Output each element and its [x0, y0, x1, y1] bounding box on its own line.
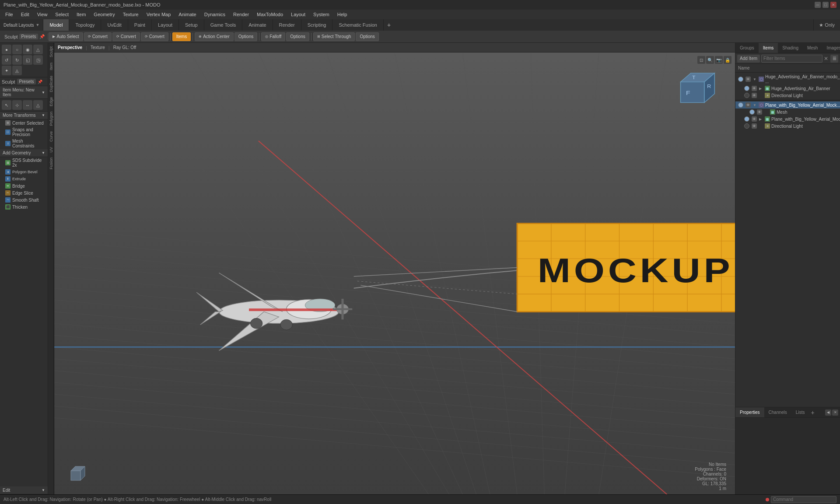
snaps-precision-item[interactable]: ⊡ Snaps and Precision: [0, 126, 48, 138]
item-menu-header[interactable]: Item Menu: New Item ▼: [0, 86, 48, 98]
vis-toggle-6[interactable]: [744, 123, 749, 129]
eye-toggle-3[interactable]: 👁: [746, 102, 751, 108]
eye-toggle-4[interactable]: 👁: [757, 109, 762, 115]
viewport[interactable]: Perspective | Texture | Ray GL: Off: [54, 43, 735, 494]
tab-animate[interactable]: Animate: [242, 19, 273, 31]
tab-mesh[interactable]: Mesh: [803, 43, 822, 53]
tab-items[interactable]: Items: [759, 43, 778, 53]
side-tab-duplicate[interactable]: Duplicate: [49, 73, 54, 95]
options-button-1[interactable]: Options: [234, 32, 257, 41]
menu-select[interactable]: Select: [52, 11, 72, 18]
menu-layout[interactable]: Layout: [287, 11, 309, 18]
filter-items-input[interactable]: [761, 55, 822, 63]
tab-paint[interactable]: Paint: [128, 19, 152, 31]
menu-texture[interactable]: Texture: [119, 11, 142, 18]
tool-icon-9[interactable]: ✦: [2, 66, 11, 75]
maximize-button[interactable]: □: [822, 2, 829, 8]
props-expand-icon[interactable]: ◀: [825, 410, 831, 416]
tree-item-5[interactable]: 👁 ▶ ▦ Plane_with_Big_Yellow_Aerial_Mocku…: [735, 116, 840, 122]
auto-select-button[interactable]: ▶ Auto Select: [49, 32, 83, 41]
transform-icon-3[interactable]: ↔: [23, 100, 32, 110]
close-button[interactable]: ✕: [830, 2, 836, 8]
eye-toggle-2[interactable]: 👁: [752, 93, 757, 98]
options-button-2[interactable]: Options: [286, 32, 309, 41]
vis-toggle-5[interactable]: [744, 116, 749, 122]
items-button[interactable]: Items: [172, 32, 191, 41]
tree-item-0[interactable]: 👁 ▼ ⬡ Huge_Advertising_Air_Banner_modo_b…: [735, 74, 840, 85]
bridge-item[interactable]: ⬌ Bridge: [0, 182, 48, 189]
tool-icon-7[interactable]: ◱: [23, 55, 32, 65]
smooth-shaft-item[interactable]: 〜 Smooth Shaft: [0, 196, 48, 203]
eye-toggle-5[interactable]: 👁: [752, 116, 757, 122]
zoom-fit-button[interactable]: ⊡: [697, 56, 705, 64]
side-tab-edge[interactable]: Edge: [49, 94, 54, 109]
sds-subdivide-item[interactable]: ▦ SDS Subdivide 2x: [0, 157, 48, 168]
options-button-3[interactable]: Options: [356, 32, 378, 41]
select-through-button[interactable]: ⊞ Select Through: [313, 32, 355, 41]
props-add-btn[interactable]: +: [811, 407, 814, 417]
extrude-item[interactable]: ⬆ Extrude: [0, 175, 48, 182]
viewport-canvas[interactable]: MOCKUP F T R ⊡ 🔍: [54, 52, 735, 494]
eye-toggle-6[interactable]: 👁: [752, 123, 757, 129]
tab-game-tools[interactable]: Game Tools: [204, 19, 243, 31]
eye-toggle-1[interactable]: 👁: [752, 86, 757, 91]
tool-icon-10[interactable]: ◬: [12, 66, 22, 75]
vis-toggle-0[interactable]: [738, 77, 743, 82]
tab-lists[interactable]: Lists: [791, 407, 809, 417]
tab-scripting[interactable]: Scripting: [301, 19, 333, 31]
tab-topology[interactable]: Topology: [69, 19, 101, 31]
vis-toggle-2[interactable]: [744, 93, 749, 98]
command-input[interactable]: [771, 496, 836, 503]
layout-selector[interactable]: Default Layouts: [4, 23, 34, 28]
item-tree[interactable]: 👁 ▼ ⬡ Huge_Advertising_Air_Banner_modo_b…: [735, 73, 840, 407]
tool-icon-2[interactable]: ○: [12, 45, 22, 54]
tab-schematic-fusion[interactable]: Schematic Fusion: [332, 19, 383, 31]
props-settings-icon[interactable]: ✕: [832, 410, 838, 416]
tab-groups[interactable]: Groups: [735, 43, 759, 53]
vis-toggle-4[interactable]: [749, 109, 755, 115]
tree-item-1[interactable]: 👁 ▶ ▦ Huge_Advertising_Air_Banner: [735, 85, 840, 92]
menu-help[interactable]: Help: [334, 11, 351, 18]
transform-icon-2[interactable]: ⊹: [12, 100, 22, 110]
minimize-button[interactable]: ─: [815, 2, 821, 8]
transform-icon-1[interactable]: ↖: [2, 100, 11, 110]
tab-shading[interactable]: Shading: [778, 43, 803, 53]
side-tab-polygon[interactable]: Polygon: [49, 109, 54, 129]
mesh-constraints-item[interactable]: ⧖ Mesh Constraints: [0, 138, 48, 149]
falloff-button[interactable]: ◎ Falloff: [261, 32, 285, 41]
tool-icon-5[interactable]: ↺: [2, 55, 11, 65]
eye-toggle-0[interactable]: 👁: [746, 77, 751, 82]
presets-button[interactable]: Presets: [19, 34, 38, 39]
vis-toggle-3[interactable]: [738, 102, 743, 108]
tree-item-3[interactable]: 👁 ▼ ⬡ Plane_with_Big_Yellow_Aerial_Mock.…: [735, 102, 840, 108]
thicken-item[interactable]: ⬛ Thicken: [0, 203, 48, 210]
menu-view[interactable]: View: [34, 11, 51, 18]
menu-animate[interactable]: Animate: [175, 11, 200, 18]
camera-button[interactable]: 📷: [715, 56, 723, 64]
center-selected-item[interactable]: ⊕ Center Selected: [0, 119, 48, 126]
tool-icon-8[interactable]: ◳: [33, 55, 43, 65]
tool-icon-4[interactable]: △: [33, 45, 43, 54]
tool-icon-1[interactable]: ●: [2, 45, 11, 54]
filter-clear-icon[interactable]: ✕: [823, 56, 829, 62]
edit-header[interactable]: Edit ▼: [0, 486, 48, 494]
side-tab-uv[interactable]: UV: [49, 144, 54, 155]
presets-button-left[interactable]: Presets: [17, 79, 36, 84]
menu-render[interactable]: Render: [230, 11, 252, 18]
transform-icon-4[interactable]: △: [33, 100, 43, 110]
vis-toggle-1[interactable]: [744, 86, 749, 91]
tab-add-button[interactable]: +: [384, 20, 394, 30]
menu-item[interactable]: Item: [73, 11, 89, 18]
tab-render[interactable]: Render: [273, 19, 301, 31]
tree-item-2[interactable]: 👁 ☀ Directional Light: [735, 92, 840, 99]
side-tab-item[interactable]: Item: [49, 60, 54, 73]
menu-geometry[interactable]: Geometry: [90, 11, 118, 18]
zoom-in-button[interactable]: 🔍: [706, 56, 714, 64]
menu-system[interactable]: System: [310, 11, 333, 18]
tab-layout[interactable]: Layout: [152, 19, 179, 31]
convert-button-2[interactable]: ⟳ Convert: [112, 32, 140, 41]
convert-button-3[interactable]: ⟳ Convert: [141, 32, 168, 41]
action-center-button[interactable]: ⊕ Action Center: [195, 32, 234, 41]
menu-dynamics[interactable]: Dynamics: [201, 11, 229, 18]
menu-vertex-map[interactable]: Vertex Map: [143, 11, 175, 18]
